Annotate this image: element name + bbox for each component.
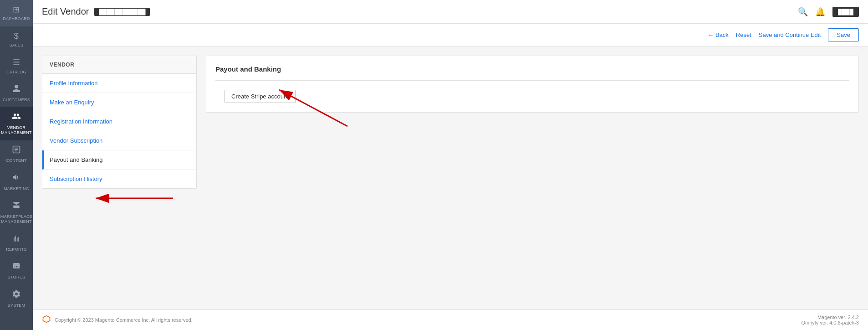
- customers-icon: [12, 84, 21, 96]
- sidebar-item-label: Stores: [8, 275, 26, 280]
- page-title: Edit Vendor: [42, 6, 89, 17]
- top-header: Edit Vendor ████████████ 🔍 🔔 ████: [33, 0, 868, 24]
- system-icon: [12, 289, 21, 301]
- sidebar-item-label: System: [8, 303, 26, 309]
- reports-icon: [12, 234, 21, 246]
- header-right: 🔍 🔔 ████: [798, 7, 859, 17]
- sidebar-item-label: Dashboard: [3, 16, 30, 22]
- left-panel: VENDOR Profile Information Make an Enqui…: [42, 56, 197, 189]
- left-panel-item-history[interactable]: Subscription History: [42, 170, 196, 188]
- stripe-section: Create Stripe account: [215, 90, 849, 103]
- sidebar-item-label: Sales: [10, 43, 24, 48]
- left-panel-item-payout[interactable]: Payout and Banking: [42, 150, 196, 170]
- back-link[interactable]: ← Back: [708, 31, 729, 38]
- vendor-management-icon: [12, 112, 21, 124]
- sidebar-item-label: Content: [6, 158, 27, 164]
- save-continue-link[interactable]: Save and Continue Edit: [759, 31, 821, 38]
- search-icon[interactable]: 🔍: [798, 7, 808, 17]
- bell-icon[interactable]: 🔔: [815, 7, 825, 17]
- sidebar-item-content[interactable]: Content: [0, 140, 33, 168]
- marketplace-icon: [12, 201, 21, 212]
- left-panel-item-registration[interactable]: Registration Information: [42, 112, 196, 131]
- sidebar: ⊞ Dashboard $ Sales ☰ Catalog Customers …: [0, 0, 33, 330]
- sidebar-item-vendor-management[interactable]: Vendor Management: [0, 107, 33, 140]
- save-button[interactable]: Save: [828, 28, 859, 41]
- magento-logo-icon: [42, 315, 51, 325]
- footer: Copyright © 2023 Magento Commerce Inc. A…: [33, 309, 868, 330]
- sidebar-item-label: Marketing: [4, 186, 29, 192]
- svg-line-5: [279, 90, 347, 126]
- left-panel-item-enquiry[interactable]: Make an Enquiry: [42, 93, 196, 112]
- sidebar-item-label: Vendor Management: [1, 125, 32, 136]
- sidebar-item-label: Reports: [6, 247, 26, 253]
- dashboard-icon: ⊞: [13, 5, 20, 15]
- sidebar-item-label: Marketplace Management: [0, 214, 32, 225]
- right-panel: Payout and Banking Create Stripe account: [206, 56, 859, 113]
- sidebar-item-dashboard[interactable]: ⊞ Dashboard: [0, 0, 33, 26]
- left-panel-item-subscription[interactable]: Vendor Subscription: [42, 131, 196, 150]
- content-area: VENDOR Profile Information Make an Enqui…: [33, 46, 868, 309]
- sales-icon: $: [14, 31, 19, 41]
- magento-version: Magento ver. 2.4.2: [801, 315, 859, 320]
- sidebar-item-catalog[interactable]: ☰ Catalog: [0, 53, 33, 79]
- content-icon: [12, 145, 21, 157]
- footer-right: Magento ver. 2.4.2 Omnyfy ver. 4.0.6-pat…: [801, 315, 859, 325]
- sidebar-item-sales[interactable]: $ Sales: [0, 26, 33, 53]
- sidebar-item-system[interactable]: System: [0, 285, 33, 313]
- sidebar-item-label: Customers: [3, 98, 30, 103]
- avatar[interactable]: ████: [832, 7, 859, 17]
- sidebar-item-label: Catalog: [6, 70, 26, 75]
- main-wrapper: Edit Vendor ████████████ 🔍 🔔 ████ ← Back…: [33, 0, 868, 330]
- annotation-arrow: [243, 76, 379, 131]
- sidebar-item-reports[interactable]: Reports: [0, 229, 33, 257]
- sidebar-item-marketing[interactable]: Marketing: [0, 168, 33, 196]
- marketing-icon: [12, 173, 21, 185]
- left-panel-header: VENDOR: [42, 56, 196, 74]
- page-title-badge: ████████████: [94, 8, 150, 16]
- action-bar: ← Back Reset Save and Continue Edit Save: [33, 24, 868, 46]
- sidebar-item-stores[interactable]: Stores: [0, 257, 33, 285]
- sidebar-item-marketplace-management[interactable]: Marketplace Management: [0, 196, 33, 229]
- footer-copyright: Copyright © 2023 Magento Commerce Inc. A…: [55, 317, 193, 323]
- reset-link[interactable]: Reset: [736, 31, 751, 38]
- left-panel-item-profile[interactable]: Profile Information: [42, 74, 196, 93]
- sidebar-item-customers[interactable]: Customers: [0, 79, 33, 107]
- stores-icon: [12, 262, 21, 273]
- page-title-area: Edit Vendor ████████████: [42, 6, 150, 17]
- omnyfy-version: Omnyfy ver. 4.0.6-patch-3: [801, 320, 859, 325]
- footer-left: Copyright © 2023 Magento Commerce Inc. A…: [42, 315, 193, 325]
- catalog-icon: ☰: [13, 57, 20, 68]
